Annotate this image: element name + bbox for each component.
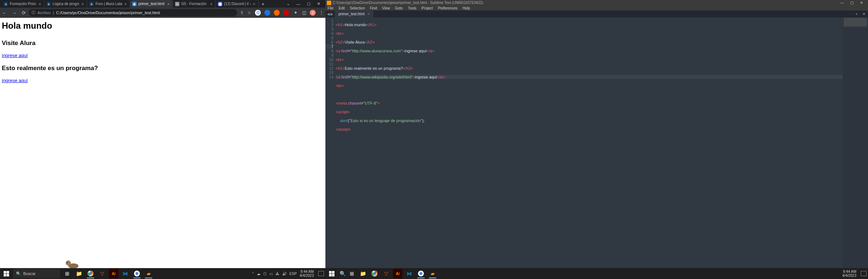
address-bar: ← → ⟳ ⓘ Archivo | C:/Users/pc/OneDrive/D…	[0, 8, 325, 18]
brave-icon[interactable]: ▽	[97, 269, 107, 278]
tray-chevron-icon[interactable]: ˄	[252, 272, 254, 276]
chrome-icon[interactable]	[86, 269, 95, 278]
notifications-icon[interactable]	[861, 271, 867, 276]
maximize-icon[interactable]: ▢	[850, 1, 853, 5]
browser-tab-5[interactable]: ⬤ (12) Discord | # ● |re ×	[216, 0, 259, 8]
favicon: ⬤	[218, 2, 222, 6]
extension-icon[interactable]	[274, 10, 280, 16]
editor-tab-active[interactable]: primer_test.html ×	[335, 11, 373, 17]
vscode-icon[interactable]: ⋈	[405, 269, 414, 278]
browser-tab-1[interactable]: a Lógica de programaci ×	[44, 0, 87, 8]
language-indicator[interactable]: ESP	[289, 272, 297, 276]
close-icon[interactable]: ×	[124, 2, 127, 6]
illustrator-icon[interactable]: Ai	[109, 269, 118, 278]
code-area[interactable]: <h1>Hola mundo</h1> <br> <h2>Visite Alur…	[336, 17, 843, 273]
close-icon[interactable]: ×	[81, 2, 85, 6]
battery-icon[interactable]: ▭	[269, 272, 273, 276]
favicon: a	[89, 2, 94, 6]
nav-buttons: ← → ⟳	[2, 10, 26, 16]
tab-dropdown-icon[interactable]: ▼	[860, 11, 868, 17]
new-tab-button[interactable]: +	[259, 0, 267, 8]
extension-icon[interactable]: ⓘ	[255, 10, 261, 16]
avatar-icon[interactable]: J	[310, 10, 316, 16]
close-icon[interactable]: ×	[210, 2, 213, 6]
menu-tools[interactable]: Tools	[408, 6, 416, 10]
vscode-icon[interactable]: ⋈	[121, 269, 130, 278]
code-editor[interactable]: 123456 7891011121314 <h1>Hola mundo</h1>…	[325, 17, 868, 273]
close-icon[interactable]: ×	[167, 2, 170, 6]
minimap[interactable]	[843, 17, 868, 273]
close-icon[interactable]: ✕	[860, 1, 863, 5]
info-icon[interactable]: ⓘ	[32, 10, 35, 15]
close-icon[interactable]: ×	[252, 2, 256, 6]
side-panel-icon[interactable]: ◫	[302, 10, 306, 15]
chrome-icon[interactable]	[370, 269, 379, 278]
extension-icon[interactable]	[264, 10, 270, 16]
chevron-down-icon[interactable]: ⌄	[287, 1, 290, 6]
wifi-icon[interactable]: ⬡	[263, 272, 267, 276]
tab-title: Foro | Alura Latam - G	[96, 2, 122, 6]
network-icon[interactable]: 🖧	[276, 272, 279, 276]
clock[interactable]: 8:44 AM 4/4/2023	[300, 270, 314, 278]
next-tab-icon[interactable]: ▶	[330, 12, 333, 16]
volume-icon[interactable]: 🔊	[282, 272, 287, 276]
taskbar-search[interactable]: 🔍 Buscar	[13, 269, 60, 278]
tab-title: (12) Discord | # ● |re	[224, 2, 251, 6]
extension-icon[interactable]	[283, 10, 289, 16]
browser-tab-0[interactable]: a Formación Principiant ×	[1, 0, 44, 8]
prev-tab-icon[interactable]: ◀	[327, 12, 330, 16]
explorer-icon[interactable]: 📁	[74, 269, 84, 278]
menu-find[interactable]: Find	[370, 6, 377, 10]
menu-file[interactable]: File	[328, 6, 333, 10]
chrome-icon-2[interactable]	[132, 269, 142, 278]
menu-icon[interactable]: ⋮	[319, 10, 323, 15]
bookmark-icon[interactable]: ☆	[247, 10, 251, 15]
start-button[interactable]	[325, 268, 338, 279]
new-file-icon[interactable]: +	[853, 11, 860, 17]
forward-icon[interactable]: →	[12, 10, 17, 16]
chrome-icon-2[interactable]	[416, 269, 426, 278]
browser-tab-4[interactable]: G G5 - Formación Princi ×	[173, 0, 216, 8]
close-icon[interactable]: ×	[368, 12, 370, 16]
link-alura[interactable]: ingrese aquí	[2, 53, 28, 58]
menu-view[interactable]: View	[382, 6, 390, 10]
task-view-icon[interactable]: ⊞	[347, 269, 357, 278]
menu-selection[interactable]: Selection	[350, 6, 365, 10]
menu-preferences[interactable]: Preferences	[438, 6, 458, 10]
close-icon[interactable]: ✕	[317, 1, 320, 6]
notifications-icon[interactable]	[318, 271, 324, 276]
onedrive-icon[interactable]: ☁	[257, 272, 260, 276]
explorer-icon[interactable]: 📁	[358, 269, 368, 278]
brave-icon[interactable]: ▽	[381, 269, 391, 278]
line-gutter: 123456 7891011121314	[325, 17, 336, 273]
back-icon[interactable]: ←	[2, 10, 7, 16]
code-text: "http://www.aluracursos.com"	[350, 49, 402, 53]
windows-icon	[4, 271, 9, 276]
task-view-icon[interactable]: ⊞	[62, 269, 72, 278]
menu-help[interactable]: Help	[463, 6, 470, 10]
maximize-icon[interactable]: ▢	[307, 1, 311, 6]
clock[interactable]: 8:44 AM 4/4/2023	[842, 270, 856, 278]
browser-tab-3-active[interactable]: ◉ primer_test.html ×	[130, 0, 173, 8]
menu-goto[interactable]: Goto	[395, 6, 403, 10]
start-button[interactable]	[0, 268, 12, 279]
taskbar-right: 🔍 ⊞ 📁 ▽ Ai ⋈ ▰ 8:44 AM 4/4/2023	[325, 268, 868, 279]
url-input[interactable]: ⓘ Archivo | C:/Users/pc/OneDrive/Documen…	[29, 9, 237, 16]
share-icon[interactable]: ⇪	[240, 10, 244, 15]
link-wikipedia[interactable]: ingrese aquí	[2, 78, 28, 83]
reload-icon[interactable]: ⟳	[22, 10, 26, 16]
page-h2-1: Visite Alura	[2, 40, 324, 47]
extensions-icon[interactable]: ✦	[293, 10, 299, 16]
minimize-icon[interactable]: —	[840, 1, 844, 5]
sublime-icon[interactable]: ▰	[428, 269, 437, 278]
sublime-icon[interactable]: ▰	[144, 269, 153, 278]
url-path: C:/Users/pc/OneDrive/Documentos/jeison/p…	[56, 11, 160, 15]
browser-tab-2[interactable]: a Foro | Alura Latam - G ×	[87, 0, 130, 8]
chrome-titlebar: a Formación Principiant × a Lógica de pr…	[0, 0, 325, 8]
close-icon[interactable]: ×	[38, 2, 42, 6]
menu-project[interactable]: Project	[422, 6, 433, 10]
minimize-icon[interactable]: —	[296, 2, 300, 6]
search-icon[interactable]: 🔍	[338, 269, 347, 278]
illustrator-icon[interactable]: Ai	[393, 269, 402, 278]
menu-edit[interactable]: Edit	[338, 6, 345, 10]
